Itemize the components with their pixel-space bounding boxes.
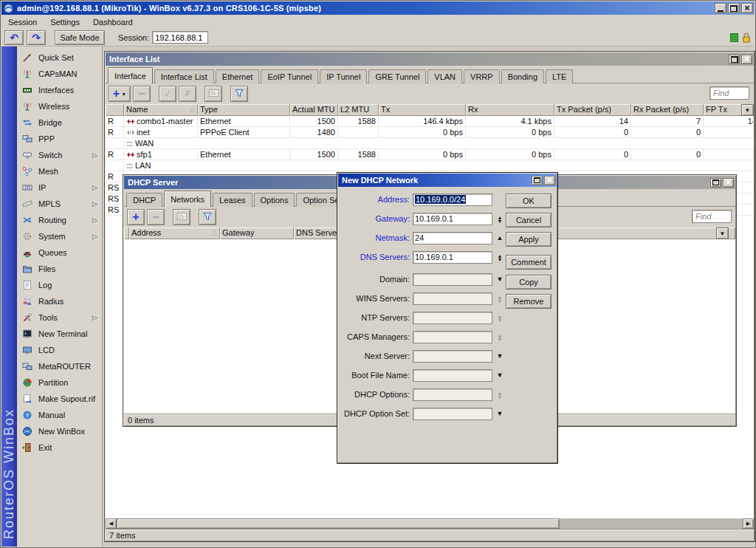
sidebar-item-queues[interactable]: Queues xyxy=(17,244,102,261)
sidebar-item-mesh[interactable]: Mesh xyxy=(17,163,102,179)
gateway-field[interactable]: 10.169.0.1 xyxy=(413,213,492,225)
scroll-right-button[interactable]: ▶ xyxy=(743,518,754,529)
sidebar-item-system[interactable]: System▷ xyxy=(17,228,102,244)
sidebar-item-mpls[interactable]: MPLS▷ xyxy=(17,196,102,212)
sidebar-item-new-winbox[interactable]: New WinBox xyxy=(17,423,102,439)
tab-dhcp[interactable]: DHCP xyxy=(126,193,162,207)
tab-bonding[interactable]: Bonding xyxy=(501,69,544,83)
column-rx-packet[interactable]: Rx Packet (p/s) xyxy=(631,104,704,116)
table-row[interactable]: R sfp1 Ethernet 1500 1588 0 bps 0 bps 0 … xyxy=(106,149,754,160)
dialog-titlebar[interactable]: New DHCP Network × xyxy=(338,174,557,187)
copy-button[interactable]: Copy xyxy=(506,275,551,290)
sidebar-item-ppp[interactable]: PPP xyxy=(17,131,102,147)
column-name[interactable]: Name△ xyxy=(124,104,198,116)
sidebar-item-bridge[interactable]: Bridge xyxy=(17,114,102,131)
apply-button[interactable]: Apply xyxy=(506,232,551,247)
tab-networks[interactable]: Networks xyxy=(164,191,211,207)
comment-button[interactable] xyxy=(173,209,190,225)
tab-ethernet[interactable]: Ethernet xyxy=(216,69,260,83)
scrollbar-thumb[interactable] xyxy=(117,518,560,529)
session-input[interactable] xyxy=(152,31,208,44)
sidebar-item-ip[interactable]: 255IP▷ xyxy=(17,179,102,196)
sidebar-item-metarouter[interactable]: MetaROUTER xyxy=(17,358,102,374)
scroll-left-button[interactable]: ◀ xyxy=(106,518,117,529)
filter-button[interactable] xyxy=(199,209,216,225)
tab-lte[interactable]: LTE xyxy=(546,69,573,83)
remove-button[interactable]: Remove xyxy=(506,294,551,309)
next-server-dropdown[interactable]: ▼ xyxy=(495,350,505,363)
find-input[interactable] xyxy=(692,210,732,223)
tab-leases[interactable]: Leases xyxy=(213,193,252,207)
sidebar-item-routing[interactable]: Routing▷ xyxy=(17,212,102,228)
sidebar-item-quick-set[interactable]: Quick Set xyxy=(17,49,102,66)
minimize-button[interactable] xyxy=(715,3,726,13)
dns-servers-field[interactable]: 10.169.0.1 xyxy=(413,251,492,264)
sidebar-item-radius[interactable]: Radius xyxy=(17,293,102,309)
dhcp-options-field[interactable] xyxy=(413,388,492,401)
table-row-group[interactable]: :::WAN xyxy=(106,138,754,149)
horizontal-scrollbar[interactable]: ◀ ▶ xyxy=(106,518,754,529)
dhcp-options-spinner[interactable]: ▲▼ xyxy=(495,388,505,401)
add-button[interactable]: + xyxy=(127,209,145,225)
netmask-field[interactable]: 24 xyxy=(413,232,492,244)
app-titlebar[interactable]: admin@192.168.88.1 (MikroTik) - WinBox v… xyxy=(1,1,755,15)
tab-gre-tunnel[interactable]: GRE Tunnel xyxy=(368,69,426,83)
sidebar-item-exit[interactable]: Exit xyxy=(17,439,102,456)
sidebar-item-switch[interactable]: Switch▷ xyxy=(17,147,102,163)
sidebar-item-new-terminal[interactable]: New Terminal xyxy=(17,326,102,342)
column-gateway[interactable]: Gateway xyxy=(220,227,294,239)
tab-eoip-tunnel[interactable]: EoIP Tunnel xyxy=(261,69,318,83)
sidebar-item-partition[interactable]: Partition xyxy=(17,374,102,391)
remove-button[interactable]: − xyxy=(147,209,165,225)
tab-vlan[interactable]: VLAN xyxy=(427,69,462,83)
sidebar-item-make-supout[interactable]: Make Supout.rif xyxy=(17,391,102,407)
column-actual-mtu[interactable]: Actual MTU xyxy=(290,104,338,116)
caps-managers-spinner[interactable]: ▲▼ xyxy=(495,331,505,343)
menu-dashboard[interactable]: Dashboard xyxy=(86,16,140,28)
netmask-up[interactable]: ▲ xyxy=(495,232,505,244)
menu-settings[interactable]: Settings xyxy=(44,16,86,28)
table-row[interactable]: R inet PPPoE Client 1480 0 bps 0 bps 0 0 xyxy=(106,127,754,138)
dhcp-option-set-dropdown[interactable]: ▼ xyxy=(495,408,505,420)
column-flag[interactable] xyxy=(106,104,124,116)
sidebar-item-tools[interactable]: Tools▷ xyxy=(17,309,102,326)
remove-button[interactable]: − xyxy=(133,86,151,102)
boot-file-name-dropdown[interactable]: ▼ xyxy=(495,369,505,382)
sidebar-item-manual[interactable]: ?Manual xyxy=(17,407,102,423)
cancel-button[interactable]: Cancel xyxy=(506,213,551,227)
sidebar-item-wireless[interactable]: Wireless xyxy=(17,98,102,114)
tab-ip-tunnel[interactable]: IP Tunnel xyxy=(320,69,367,83)
safe-mode-button[interactable]: Safe Mode xyxy=(55,30,105,45)
close-button[interactable]: × xyxy=(741,3,753,13)
wins-servers-spinner[interactable]: ▲▼ xyxy=(495,292,505,305)
interface-list-titlebar[interactable]: Interface List × xyxy=(106,52,754,66)
column-select-dropdown[interactable]: ▼ xyxy=(716,227,729,239)
caps-managers-field[interactable] xyxy=(413,331,492,343)
domain-field[interactable] xyxy=(413,273,492,286)
enable-button[interactable]: ✓ xyxy=(159,86,176,102)
column-address[interactable]: Address△ xyxy=(129,227,220,239)
tab-interface-list[interactable]: Interface List xyxy=(154,69,214,83)
column-l2-mtu[interactable]: L2 MTU xyxy=(338,104,379,116)
disable-button[interactable]: ✗ xyxy=(179,86,196,102)
gateway-spinner[interactable]: ▲▼ xyxy=(495,213,505,225)
menu-session[interactable]: Session xyxy=(1,16,44,28)
window-restore-button[interactable] xyxy=(729,55,740,64)
column-select-dropdown[interactable]: ▼ xyxy=(741,104,754,116)
undo-button[interactable]: ↶ xyxy=(4,30,24,45)
ntp-servers-field[interactable] xyxy=(413,312,492,324)
domain-dropdown[interactable]: ▼ xyxy=(495,273,505,286)
sidebar-item-files[interactable]: Files xyxy=(17,261,102,277)
dialog-close-button[interactable]: × xyxy=(544,176,555,185)
sidebar-item-capsman[interactable]: CAPsMAN xyxy=(17,66,102,82)
table-row-group[interactable]: :::LAN xyxy=(106,160,754,171)
sidebar-item-log[interactable]: Log xyxy=(17,277,102,293)
restore-button[interactable] xyxy=(728,3,740,13)
comment-button[interactable] xyxy=(205,86,222,102)
ntp-servers-spinner[interactable]: ▲▼ xyxy=(495,312,505,324)
next-server-field[interactable] xyxy=(413,350,492,363)
sidebar-item-interfaces[interactable]: Interfaces xyxy=(17,82,102,98)
ok-button[interactable]: OK xyxy=(506,193,551,208)
tab-interface[interactable]: Interface xyxy=(108,67,153,83)
comment-button[interactable]: Comment xyxy=(506,255,551,270)
